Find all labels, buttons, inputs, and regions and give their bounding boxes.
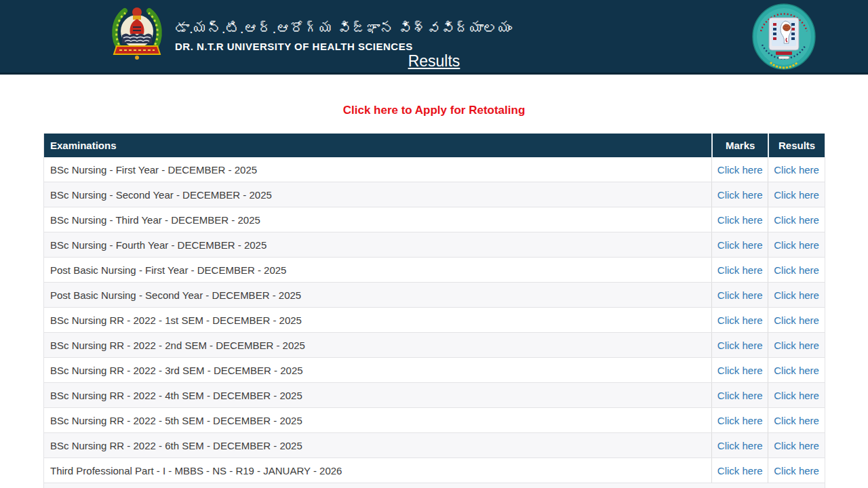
exam-name: BSc Nursing - Third Year - DECEMBER - 20… <box>44 207 711 232</box>
results-link[interactable]: Click here <box>774 164 819 176</box>
exam-name: BSc Nursing - Fourth Year - DECEMBER - 2… <box>44 232 711 257</box>
marks-link[interactable]: Click here <box>717 415 763 426</box>
results-link[interactable]: Click here <box>774 440 819 451</box>
table-row: BSc Nursing - Second Year - DECEMBER - 2… <box>44 182 825 207</box>
marks-link[interactable]: Click here <box>717 239 763 251</box>
exam-name: BSc Nursing RR - 2022 - 1st SEM - DECEMB… <box>44 308 711 332</box>
exam-name: BSc Nursing - Second Year - DECEMBER - 2… <box>44 182 711 207</box>
column-header-examinations: Examinations <box>44 134 711 157</box>
exam-name: Third Professional Part - I - MBBS - NS … <box>44 458 711 483</box>
results-link[interactable]: Click here <box>774 314 819 326</box>
table-row: BSc Nursing RR - 2022 - 4th SEM - DECEMB… <box>44 383 825 408</box>
marks-link[interactable]: Click here <box>717 164 763 176</box>
table-row: BSc Nursing RR - 2022 - 1st SEM - DECEMB… <box>44 308 825 333</box>
column-header-marks: Marks <box>711 134 768 157</box>
results-link[interactable]: Click here <box>774 264 819 276</box>
table-row: Post Basic Nursing - Second Year - DECEM… <box>44 283 825 308</box>
results-link[interactable]: Click here <box>774 340 819 351</box>
marks-link[interactable]: Click here <box>717 289 763 301</box>
marks-link[interactable]: Click here <box>717 365 763 376</box>
table-row: BSc Nursing - First Year - DECEMBER - 20… <box>44 157 825 182</box>
university-name-english: DR. N.T.R UNIVERSITY OF HEALTH SCIENCES <box>175 41 512 52</box>
results-table: Examinations Marks Results BSc Nursing -… <box>43 134 825 488</box>
table-row: Third Professional Part - I - MBBS - NS … <box>44 458 825 483</box>
exam-name: Post Basic Nursing - First Year - DECEMB… <box>44 258 711 282</box>
table-row: BSc Nursing RR - 2022 - 3rd SEM - DECEMB… <box>44 358 825 383</box>
marks-link[interactable]: Click here <box>717 440 763 451</box>
results-link[interactable]: Click here <box>774 239 819 251</box>
marks-link[interactable]: Click here <box>717 340 763 351</box>
marks-link[interactable]: Click here <box>717 214 763 226</box>
marks-link[interactable]: Click here <box>717 465 763 476</box>
results-nav: Results <box>0 52 868 70</box>
results-link[interactable]: Click here <box>774 214 819 226</box>
exam-name: BSc Nursing RR - 2022 - 5th SEM - DECEMB… <box>44 408 711 432</box>
results-table-body: BSc Nursing - First Year - DECEMBER - 20… <box>44 157 825 483</box>
marks-link[interactable]: Click here <box>717 390 763 401</box>
results-nav-link[interactable]: Results <box>408 52 460 70</box>
exam-name: BSc Nursing RR - 2022 - 2nd SEM - DECEMB… <box>44 333 711 357</box>
column-header-results: Results <box>768 134 825 157</box>
top-banner: డా.యన్.టి.ఆర్.ఆరోగ్య విజ్ఞాన విశ్వవిద్యా… <box>0 0 868 75</box>
table-row: BSc Nursing RR - 2022 - 6th SEM - DECEMB… <box>44 433 825 458</box>
table-row: BSc Nursing RR - 2022 - 5th SEM - DECEMB… <box>44 408 825 433</box>
table-row: BSc Nursing - Fourth Year - DECEMBER - 2… <box>44 232 825 258</box>
table-row: BSc Nursing - Third Year - DECEMBER - 20… <box>44 207 825 232</box>
university-name-telugu: డా.యన్.టి.ఆర్.ఆరోగ్య విజ్ఞాన విశ్వవిద్యా… <box>175 20 512 37</box>
ntruhs-seal-logo <box>751 3 816 70</box>
table-header-row: Examinations Marks Results <box>44 134 825 157</box>
exam-name: BSc Nursing RR - 2022 - 6th SEM - DECEMB… <box>44 433 711 458</box>
marks-link[interactable]: Click here <box>717 189 763 201</box>
retotaling-link[interactable]: Click here to Apply for Retotaling <box>343 104 526 117</box>
university-title-block: డా.యన్.టి.ఆర్.ఆరోగ్య విజ్ఞాన విశ్వవిద్యా… <box>175 20 512 52</box>
exam-name: BSc Nursing RR - 2022 - 3rd SEM - DECEMB… <box>44 358 711 382</box>
results-link[interactable]: Click here <box>774 289 819 301</box>
results-link[interactable]: Click here <box>774 465 819 476</box>
results-link[interactable]: Click here <box>774 365 819 376</box>
exam-name: BSc Nursing RR - 2022 - 4th SEM - DECEMB… <box>44 383 711 407</box>
table-row: BSc Nursing RR - 2022 - 2nd SEM - DECEMB… <box>44 333 825 358</box>
results-link[interactable]: Click here <box>774 390 819 401</box>
marks-link[interactable]: Click here <box>717 264 763 276</box>
results-link[interactable]: Click here <box>774 415 819 426</box>
exam-name: Post Basic Nursing - Second Year - DECEM… <box>44 283 711 307</box>
table-row-partial <box>44 483 825 488</box>
marks-link[interactable]: Click here <box>717 314 763 326</box>
retotaling-link-wrap: Click here to Apply for Retotaling <box>0 75 868 117</box>
results-link[interactable]: Click here <box>774 189 819 201</box>
table-row: Post Basic Nursing - First Year - DECEMB… <box>44 258 825 283</box>
exam-name: BSc Nursing - First Year - DECEMBER - 20… <box>44 157 711 182</box>
results-page-body: Click here to Apply for Retotaling Exami… <box>0 75 868 488</box>
